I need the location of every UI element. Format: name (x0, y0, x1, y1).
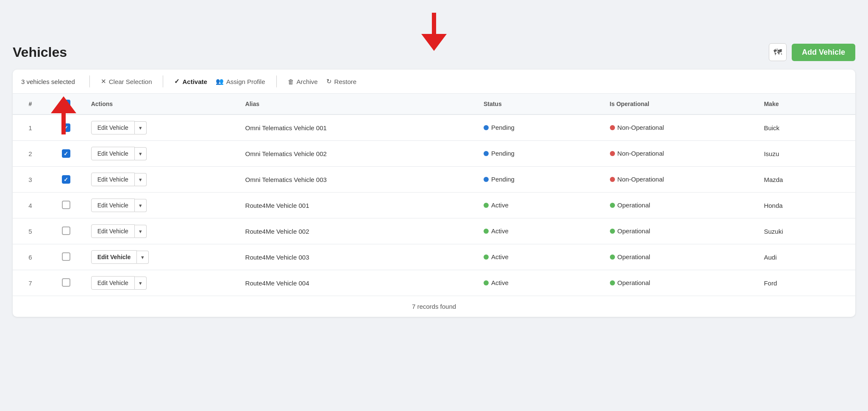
restore-button[interactable]: ↻ Restore (322, 76, 361, 87)
col-select-all[interactable] (48, 94, 84, 115)
action-dropdown-button[interactable]: ▾ (135, 199, 147, 212)
status-dot-icon (484, 203, 489, 208)
row-operational: Non-Operational (603, 167, 757, 193)
row-make: Honda (757, 193, 855, 218)
action-dropdown-button[interactable]: ▾ (135, 277, 147, 290)
edit-vehicle-button[interactable]: Edit Vehicle (91, 147, 135, 160)
status-label: Pending (491, 124, 515, 131)
row-alias: Route4Me Vehicle 004 (239, 270, 477, 296)
row-operational: Operational (603, 244, 757, 270)
operational-dot-icon (610, 125, 615, 130)
archive-button[interactable]: 🗑 Archive (284, 76, 322, 87)
row-make: Buick (757, 115, 855, 141)
add-vehicle-button[interactable]: Add Vehicle (792, 44, 855, 61)
row-operational: Operational (603, 193, 757, 218)
records-found-label: 7 records found (412, 303, 456, 310)
row-checkbox[interactable] (62, 252, 70, 261)
row-actions-cell: Edit Vehicle▾ (84, 270, 239, 296)
clear-icon: ✕ (101, 78, 106, 85)
operational-dot-icon (610, 203, 615, 208)
status-dot-icon (484, 254, 489, 260)
clear-selection-button[interactable]: ✕ Clear Selection (97, 76, 156, 87)
operational-dot-icon (610, 151, 615, 156)
row-checkbox[interactable] (62, 278, 70, 287)
row-alias: Omni Telematics Vehicle 001 (239, 115, 477, 141)
row-operational: Non-Operational (603, 141, 757, 167)
row-make: Ford (757, 270, 855, 296)
row-number: 3 (13, 167, 48, 193)
row-number: 5 (13, 218, 48, 244)
archive-label: Archive (297, 78, 318, 85)
select-all-checkbox[interactable] (62, 100, 70, 108)
row-actions-cell: Edit Vehicle▾ (84, 218, 239, 244)
row-select-cell[interactable] (48, 167, 84, 193)
archive-icon: 🗑 (288, 78, 294, 85)
col-alias: Alias (239, 94, 477, 115)
edit-vehicle-button[interactable]: Edit Vehicle (91, 121, 135, 134)
row-select-cell[interactable] (48, 244, 84, 270)
edit-vehicle-button[interactable]: Edit Vehicle (91, 276, 135, 290)
row-make: Mazda (757, 167, 855, 193)
row-alias: Route4Me Vehicle 003 (239, 244, 477, 270)
edit-vehicle-button[interactable]: Edit Vehicle (91, 199, 135, 212)
row-alias: Route4Me Vehicle 002 (239, 218, 477, 244)
action-dropdown-button[interactable]: ▾ (135, 147, 147, 160)
activate-button[interactable]: ✓ Activate (170, 76, 211, 87)
row-number: 1 (13, 115, 48, 141)
row-status: Active (477, 270, 603, 296)
clear-selection-label: Clear Selection (109, 78, 152, 85)
vehicles-card: 3 vehicles selected ✕ Clear Selection ✓ … (13, 70, 855, 317)
operational-label: Operational (618, 253, 651, 260)
row-actions-cell: Edit Vehicle▾ (84, 167, 239, 193)
operational-dot-icon (610, 254, 615, 260)
row-select-cell[interactable] (48, 141, 84, 167)
action-dropdown-button[interactable]: ▾ (135, 225, 147, 238)
toolbar-divider-1 (89, 75, 90, 87)
row-checkbox[interactable] (62, 123, 70, 132)
row-select-cell[interactable] (48, 270, 84, 296)
status-dot-icon (484, 229, 489, 234)
restore-label: Restore (334, 78, 357, 85)
operational-label: Operational (618, 279, 651, 286)
row-select-cell[interactable] (48, 193, 84, 218)
row-checkbox[interactable] (62, 149, 70, 158)
edit-vehicle-button[interactable]: Edit Vehicle (91, 173, 135, 186)
operational-dot-icon (610, 177, 615, 182)
edit-vehicle-button[interactable]: Edit Vehicle (91, 224, 135, 238)
action-dropdown-button[interactable]: ▾ (137, 251, 149, 264)
row-select-cell[interactable] (48, 218, 84, 244)
table-row: 5Edit Vehicle▾Route4Me Vehicle 002Active… (13, 218, 855, 244)
table-header-row: # Actions Alias Status Is Operational Ma… (13, 94, 855, 115)
assign-icon: 👥 (216, 78, 224, 85)
map-icon: 🗺 (773, 48, 782, 57)
operational-label: Operational (618, 201, 651, 209)
vehicles-table-wrap: # Actions Alias Status Is Operational Ma… (13, 94, 855, 296)
toolbar-divider-2 (163, 75, 163, 87)
col-number: # (13, 94, 48, 115)
action-dropdown-button[interactable]: ▾ (135, 121, 147, 134)
row-select-cell[interactable] (48, 115, 84, 141)
toolbar-divider-3 (276, 75, 277, 87)
operational-dot-icon (610, 280, 615, 285)
row-actions-cell: Edit Vehicle▾ (84, 141, 239, 167)
status-dot-icon (484, 125, 489, 130)
row-actions-cell: Edit Vehicle▾ (84, 244, 239, 270)
row-number: 7 (13, 270, 48, 296)
col-make: Make (757, 94, 855, 115)
header-actions: 🗺 Add Vehicle (769, 43, 855, 61)
row-number: 4 (13, 193, 48, 218)
row-operational: Non-Operational (603, 115, 757, 141)
operational-label: Operational (618, 227, 651, 235)
assign-profile-button[interactable]: 👥 Assign Profile (211, 76, 270, 87)
edit-vehicle-button[interactable]: Edit Vehicle (91, 250, 137, 264)
table-footer: 7 records found (13, 296, 855, 317)
status-label: Active (491, 201, 509, 209)
map-icon-button[interactable]: 🗺 (769, 43, 787, 61)
table-row: 6Edit Vehicle▾Route4Me Vehicle 003Active… (13, 244, 855, 270)
action-dropdown-button[interactable]: ▾ (135, 173, 147, 186)
assign-profile-label: Assign Profile (226, 78, 265, 85)
row-checkbox[interactable] (62, 201, 70, 209)
row-alias: Omni Telematics Vehicle 003 (239, 167, 477, 193)
row-checkbox[interactable] (62, 226, 70, 235)
row-checkbox[interactable] (62, 175, 70, 184)
